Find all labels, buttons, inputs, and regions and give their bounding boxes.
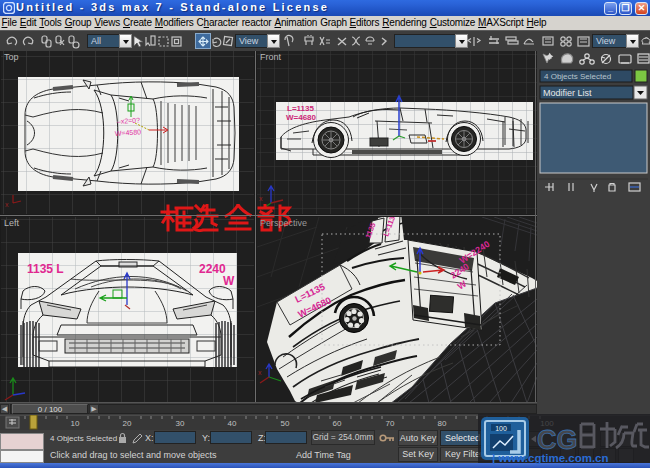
svg-text:30: 30 xyxy=(176,419,185,428)
svg-text:40: 40 xyxy=(228,419,237,428)
svg-text:60: 60 xyxy=(333,419,342,428)
svg-text:| www.cgtime.com.cn: | www.cgtime.com.cn xyxy=(492,452,609,464)
svg-text:x: x xyxy=(258,369,262,376)
svg-text:1135 L: 1135 L xyxy=(27,262,64,276)
svg-text:Modifier List: Modifier List xyxy=(543,88,592,98)
svg-text:2240: 2240 xyxy=(199,262,226,276)
svg-text:L=1135: L=1135 xyxy=(287,104,314,113)
svg-text:50: 50 xyxy=(281,419,290,428)
svg-text:W=4680: W=4680 xyxy=(286,113,317,122)
svg-text:80: 80 xyxy=(438,419,447,428)
svg-text:CG: CG xyxy=(537,425,578,455)
svg-text:W: W xyxy=(223,274,235,288)
svg-text:20: 20 xyxy=(123,419,132,428)
svg-text:x: x xyxy=(259,195,263,202)
svg-text:4 Objects Selected: 4 Objects Selected xyxy=(544,72,611,81)
svg-text:x: x xyxy=(5,201,9,208)
svg-text:70: 70 xyxy=(386,419,395,428)
svg-text:100: 100 xyxy=(495,425,507,432)
svg-text:10: 10 xyxy=(71,419,80,428)
